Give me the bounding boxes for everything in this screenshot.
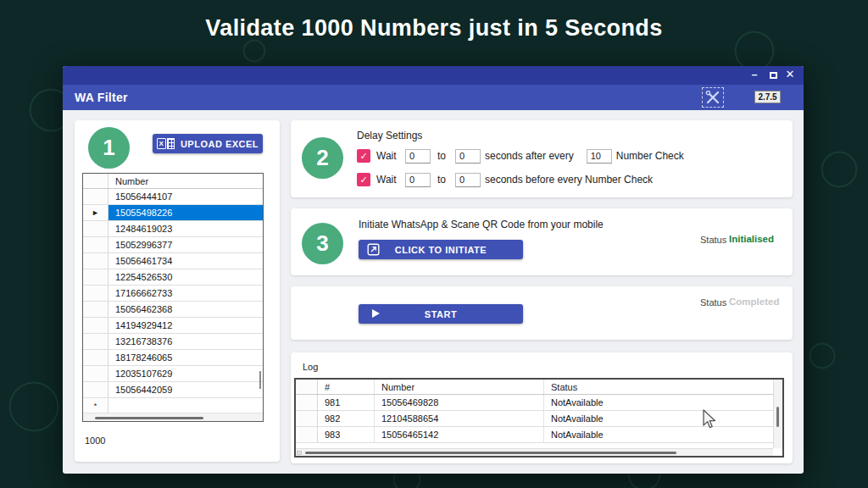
total-count: 1000: [85, 435, 105, 446]
close-button[interactable]: ✕: [782, 66, 798, 85]
every-n-input[interactable]: [587, 149, 612, 164]
upload-panel: 1 X UPLOAD EXCEL Number 15056444107 ►150…: [75, 120, 280, 462]
new-row-marker: *: [83, 398, 108, 413]
app-title: WA Filter: [75, 91, 128, 104]
seconds-after-label: seconds after every: [485, 150, 574, 162]
number-column-header[interactable]: Number: [108, 174, 263, 188]
table-row-selected[interactable]: ►15055498226: [83, 205, 263, 221]
table-row[interactable]: 15056444107: [83, 189, 263, 205]
table-row[interactable]: 18178246065: [83, 350, 263, 366]
status-label: Status: [700, 297, 726, 308]
start-button[interactable]: START: [359, 304, 523, 324]
table-row[interactable]: 15056461734: [83, 253, 263, 269]
status-label: Status: [700, 235, 726, 245]
table-row[interactable]: 15052996377: [83, 237, 263, 253]
table-row[interactable]: 981 15056469828 NotAvailable: [296, 395, 782, 411]
play-icon: [372, 309, 380, 318]
wait-label: Wait: [376, 174, 405, 186]
upload-excel-label: UPLOAD EXCEL: [181, 139, 259, 149]
open-in-new-icon: [367, 243, 380, 256]
wait-until-input-2[interactable]: [455, 173, 481, 187]
page-title: Validate 1000 Numbers just in 5 Seconds: [0, 15, 868, 42]
initiate-instruction: Initiate WhatsApp & Scane QR Code from y…: [359, 219, 604, 230]
version-badge: 2.7.5: [754, 91, 781, 103]
status-column-header[interactable]: Status: [544, 380, 782, 394]
start-panel: START Status Completed: [291, 286, 793, 340]
to-label: to: [437, 174, 447, 186]
number-column-header[interactable]: Number: [375, 380, 544, 394]
seconds-before-label: seconds before every Number Check: [485, 174, 653, 186]
to-label: to: [437, 150, 447, 162]
checkbox-wait-after[interactable]: ✓: [357, 149, 370, 163]
minimize-button[interactable]: –: [746, 66, 763, 85]
click-to-initiate-button[interactable]: CLICK TO INITIATE: [359, 240, 523, 259]
row-selector-header: [296, 380, 318, 394]
status-completed-value: Completed: [729, 297, 779, 307]
step-2-badge: 2: [302, 137, 343, 179]
table-row[interactable]: 13216738376: [83, 334, 263, 350]
step-1-badge: 1: [88, 127, 130, 169]
log-title: Log: [303, 362, 318, 372]
log-panel: Log # Number Status 981 15056469828 NotA…: [291, 352, 793, 463]
hash-column-header[interactable]: #: [318, 380, 375, 394]
vertical-scrollbar-thumb[interactable]: [259, 371, 261, 389]
table-row[interactable]: 14194929412: [83, 318, 263, 334]
horizontal-scrollbar[interactable]: [83, 413, 263, 421]
numbers-grid: Number 15056444107 ►15055498226 12484619…: [82, 173, 264, 422]
horizontal-scrollbar-thumb[interactable]: [95, 417, 203, 419]
table-row[interactable]: 12035107629: [83, 366, 263, 382]
wait-until-input[interactable]: [455, 149, 481, 164]
titlebar: WA Filter 2.7.5: [63, 85, 804, 110]
wait-label: Wait: [376, 150, 405, 162]
row-selector-header: [83, 174, 108, 188]
table-row[interactable]: 15056462368: [83, 302, 263, 318]
start-label: START: [425, 309, 457, 319]
settings-tools-button[interactable]: [702, 87, 724, 108]
table-row[interactable]: 15056442059: [83, 382, 263, 398]
delay-row-after: ✓ Wait to seconds after every Number Che…: [357, 148, 684, 164]
table-row[interactable]: 17166662733: [83, 286, 263, 302]
log-grid: # Number Status 981 15056469828 NotAvail…: [294, 378, 784, 458]
step-3-badge: 3: [302, 223, 343, 264]
initiate-panel: 3 Initiate WhatsApp & Scane QR Code from…: [291, 208, 793, 275]
click-to-initiate-label: CLICK TO INITIATE: [395, 245, 487, 255]
numbers-grid-header: Number: [83, 174, 263, 189]
horizontal-scrollbar-thumb[interactable]: [305, 452, 676, 454]
row-selector-arrow: ►: [83, 205, 108, 220]
wa-filter-window: – ✕ WA Filter 2.7.5 1 X UPLOAD EXCEL Num…: [63, 66, 804, 474]
log-grid-header: # Number Status: [296, 380, 782, 395]
excel-icon: X: [157, 138, 175, 149]
delay-settings-title: Delay Settings: [357, 130, 422, 141]
delay-settings-panel: 2 Delay Settings ✓ Wait to seconds after…: [291, 120, 793, 197]
number-check-label: Number Check: [616, 150, 684, 162]
window-control-strip: – ✕: [63, 66, 804, 85]
checkbox-wait-before[interactable]: ✓: [357, 173, 370, 186]
delay-row-before: ✓ Wait to seconds before every Number Ch…: [357, 172, 653, 187]
table-row[interactable]: 12484619023: [83, 221, 263, 237]
status-initialised-value: Initialised: [729, 234, 774, 244]
maximize-icon: [770, 72, 777, 79]
wait-from-input-2[interactable]: [405, 173, 431, 187]
upload-excel-button[interactable]: X UPLOAD EXCEL: [153, 134, 263, 153]
vertical-scrollbar[interactable]: [773, 380, 782, 448]
wrench-screwdriver-icon: [705, 91, 721, 104]
table-row[interactable]: 982 12104588654 NotAvailable: [296, 411, 782, 427]
maximize-button[interactable]: [765, 66, 782, 85]
horizontal-scrollbar[interactable]: [296, 448, 773, 456]
table-row[interactable]: 12254526530: [83, 269, 263, 286]
table-row[interactable]: 983 15056465142 NotAvailable: [296, 427, 782, 443]
scroll-left-arrow[interactable]: [297, 451, 302, 455]
wait-from-input[interactable]: [405, 149, 431, 164]
vertical-scrollbar-thumb[interactable]: [776, 407, 779, 427]
